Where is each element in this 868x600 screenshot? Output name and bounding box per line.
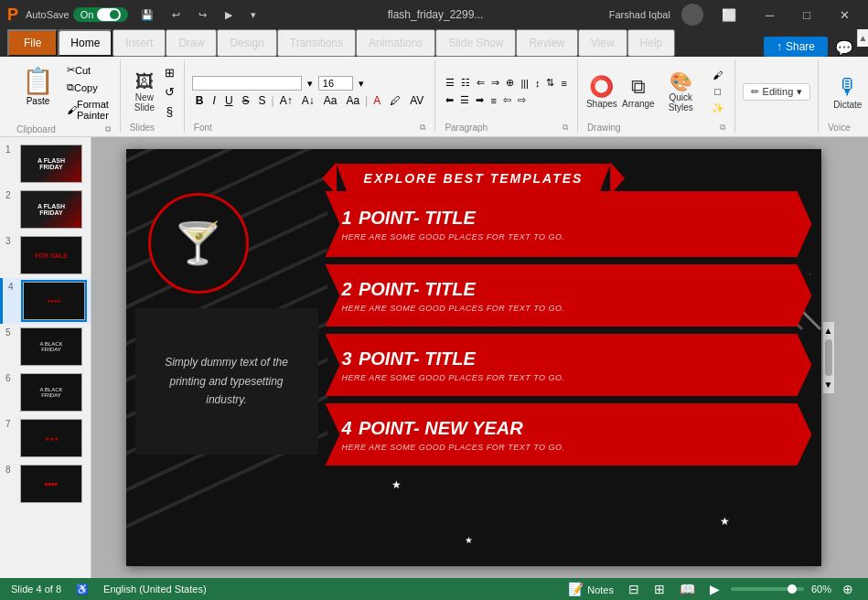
zoom-thumb[interactable] <box>788 584 797 594</box>
zoom-slider[interactable] <box>731 587 804 591</box>
justify-button[interactable]: ≡ <box>488 92 498 108</box>
save-button[interactable]: 💾 <box>135 7 159 23</box>
rtl-button[interactable]: ⇦ <box>500 92 514 108</box>
slide-thumb-6[interactable]: 6 A BLACKFRIDAY <box>0 370 91 415</box>
slide-thumb-4[interactable]: 4 ●●●● <box>0 278 91 324</box>
vertical-scrollbar[interactable]: ▲ ▼ <box>823 322 834 393</box>
present-button[interactable]: ▶ <box>220 7 238 23</box>
notes-button[interactable]: 📝 Notes <box>564 580 617 598</box>
tab-design[interactable]: Design <box>217 29 276 57</box>
font-color-button[interactable]: A <box>370 93 384 108</box>
change-case-button[interactable]: Aa <box>342 93 363 108</box>
ltr-button[interactable]: ⇨ <box>515 92 529 108</box>
align-right-button[interactable]: ➡ <box>473 92 487 108</box>
arrange-button[interactable]: ⧉ Arrange <box>622 73 655 111</box>
drawing-expand-icon[interactable]: ⧉ <box>720 123 725 133</box>
indent-increase-button[interactable]: ⇒ <box>488 75 502 91</box>
fit-slide-button[interactable]: ⊕ <box>839 580 857 598</box>
slide-thumb-1[interactable]: 1 A FLASHFRIDAY <box>0 141 91 187</box>
bold-button[interactable]: B <box>192 93 208 108</box>
presenter-view-button[interactable]: ▶ <box>706 580 723 598</box>
font-size-dropdown[interactable]: ▾ <box>355 76 368 91</box>
align-center-button[interactable]: ☰ <box>457 92 472 108</box>
section-button[interactable]: § <box>163 102 177 120</box>
scroll-thumb[interactable] <box>825 339 832 376</box>
undo-button[interactable]: ↩ <box>166 7 186 23</box>
slide-thumb-3[interactable]: 3 FOR SALE <box>0 232 91 278</box>
highlight-button[interactable]: 🖊 <box>386 93 404 108</box>
para-expand-icon[interactable]: ⧉ <box>563 123 568 133</box>
user-avatar[interactable] <box>681 4 703 26</box>
font-name-input[interactable] <box>192 76 302 91</box>
share-button[interactable]: ↑ Share <box>764 37 828 57</box>
slide-layout-button[interactable]: ⊞ <box>163 64 177 81</box>
slide-thumb-7[interactable]: 7 ★★★ <box>0 415 91 461</box>
shadow-button[interactable]: S <box>255 93 270 108</box>
close-button[interactable]: ✕ <box>829 0 861 29</box>
new-slide-button[interactable]: 🖼 New Slide <box>128 70 161 114</box>
shape-fill-button[interactable]: 🖌 <box>709 68 727 82</box>
font-expand-icon[interactable]: ⧉ <box>420 123 425 133</box>
shape-effects-button[interactable]: ✨ <box>709 101 727 116</box>
point-3[interactable]: 3 POINT- TITLE HERE ARE SOME GOOD PLACES… <box>326 334 812 396</box>
more-tools-button[interactable]: ▾ <box>245 7 262 23</box>
format-painter-button[interactable]: 🖌 Format Painter <box>63 97 113 123</box>
autosave-toggle-area[interactable]: AutoSave On <box>26 7 128 22</box>
tab-review[interactable]: Review <box>516 29 577 57</box>
tab-help[interactable]: Help <box>627 29 676 57</box>
copy-button[interactable]: ⧉ Copy <box>63 80 113 95</box>
autosave-badge[interactable]: On <box>73 7 129 22</box>
align-left-button[interactable]: ⬅ <box>443 92 456 108</box>
tab-view[interactable]: View <box>578 29 627 57</box>
shape-outline-button[interactable]: □ <box>709 84 727 99</box>
slide-thumb-8[interactable]: 8 ■■■■ <box>0 461 91 507</box>
point-4[interactable]: 4 POINT- NEW YEAR HERE ARE SOME GOOD PLA… <box>326 403 812 466</box>
clipboard-expand-icon[interactable]: ⧉ <box>105 124 111 134</box>
slide-thumb-2[interactable]: 2 A FLASHFRIDAY <box>0 187 91 232</box>
text-direction-button[interactable]: ⇅ <box>543 75 557 91</box>
font-decrease-button[interactable]: A↓ <box>298 93 318 108</box>
slide-thumb-5[interactable]: 5 A BLACKFRIDAY <box>0 324 91 370</box>
dictate-button[interactable]: 🎙 Dictate <box>826 72 868 112</box>
minimize-button[interactable]: ─ <box>755 0 785 29</box>
cut-button[interactable]: ✂ Cut <box>63 62 113 78</box>
tab-draw[interactable]: Draw <box>166 29 217 57</box>
indent-decrease-button[interactable]: ⇐ <box>474 75 488 91</box>
line-spacing-button[interactable]: ↕ <box>532 75 543 91</box>
font-size-input[interactable] <box>318 76 353 91</box>
char-spacing-button[interactable]: AV <box>406 93 427 108</box>
comment-button[interactable]: 💬 <box>828 39 861 57</box>
font-name-dropdown[interactable]: ▾ <box>304 76 316 91</box>
strikethrough-button[interactable]: S <box>239 93 253 108</box>
point-1[interactable]: 1 POINT- TITLE HERE ARE SOME GOOD PLACES… <box>326 191 812 257</box>
ribbon-display-button[interactable]: ⬜ <box>711 0 747 29</box>
redo-button[interactable]: ↪ <box>193 7 212 23</box>
editing-badge[interactable]: ✏ Editing ▾ <box>743 83 811 101</box>
slide-sorter-button[interactable]: ⊞ <box>650 580 669 598</box>
quick-styles-button[interactable]: 🎨 Quick Styles <box>659 69 703 114</box>
tab-transitions[interactable]: Transitions <box>277 29 356 57</box>
autosave-toggle[interactable] <box>97 8 121 21</box>
numbering-button[interactable]: ☷ <box>458 75 473 91</box>
tab-home[interactable]: Home <box>58 29 113 57</box>
bullets-button[interactable]: ☰ <box>443 75 457 91</box>
restore-button[interactable]: □ <box>792 0 821 29</box>
tab-insert[interactable]: Insert <box>113 29 166 57</box>
left-text-box[interactable]: Simply dummy text of the printing and ty… <box>135 308 318 455</box>
columns-button[interactable]: ||| <box>518 75 531 91</box>
reading-view-button[interactable]: 📖 <box>676 580 699 598</box>
clear-format-button[interactable]: Aa <box>320 93 341 108</box>
point-2[interactable]: 2 POINT- TITLE HERE ARE SOME GOOD PLACES… <box>326 264 812 327</box>
paste-button[interactable]: 📋 Paste <box>15 62 61 123</box>
smart-art-button[interactable]: ⊕ <box>503 75 517 91</box>
ribbon-expand-button[interactable]: ▲ <box>857 29 868 47</box>
scroll-down-button[interactable]: ▼ <box>821 378 836 391</box>
align-text-button[interactable]: ≡ <box>558 75 569 91</box>
scroll-up-button[interactable]: ▲ <box>821 324 836 338</box>
font-increase-button[interactable]: A↑ <box>276 93 296 108</box>
slide-canvas[interactable]: EXPLORE BEST TEMPLATES 🍸 Simply dummy te… <box>126 149 821 566</box>
shapes-button[interactable]: ⭕ Shapes <box>585 73 618 111</box>
normal-view-button[interactable]: ⊟ <box>625 580 643 598</box>
reset-slide-button[interactable]: ↺ <box>163 83 177 101</box>
underline-button[interactable]: U <box>221 93 237 108</box>
